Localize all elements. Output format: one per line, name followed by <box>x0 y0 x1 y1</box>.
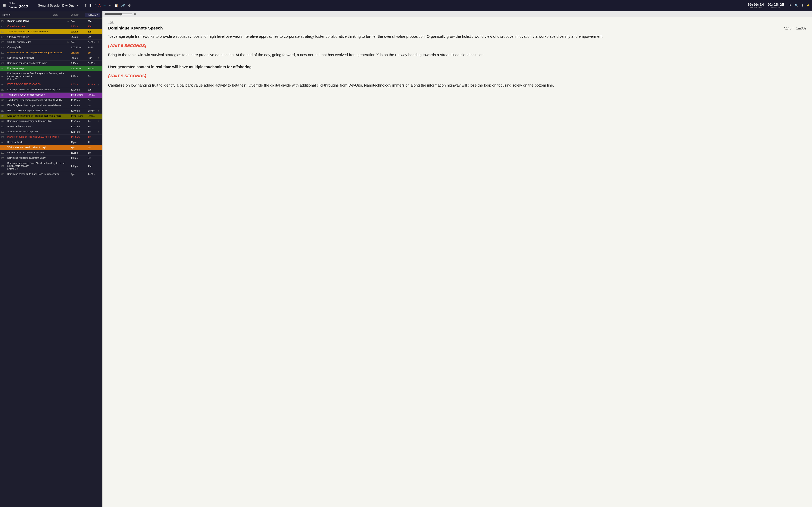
search-icon[interactable]: 🔍 <box>795 4 798 7</box>
download-icon[interactable]: ⬇ <box>801 4 804 7</box>
logo-year: 2017 <box>19 4 28 9</box>
document-icon[interactable]: 📋 <box>114 3 119 8</box>
list-item[interactable]: 124 VO for afternoon session about to be… <box>0 145 102 151</box>
row-name: Dominique comes on to thank Dana for pre… <box>7 173 67 176</box>
row-duration: 1h30m <box>88 83 98 86</box>
row-number: 118 <box>1 115 7 117</box>
list-item[interactable]: 112 FRED RAVAGE PRESENTATION 9:50am 1h30… <box>0 82 102 87</box>
row-number: 124 <box>1 147 7 149</box>
list-item[interactable]: 121 Address where workshops are 11:54am … <box>0 129 102 135</box>
list-item[interactable]: 110 Dominique wrap 9:45:15am 1m45s <box>0 66 102 71</box>
row-number: 110 <box>1 67 7 70</box>
duration-col-header: Duration <box>71 13 84 16</box>
items-label: Items <box>2 13 8 16</box>
color-a-icon[interactable]: A <box>98 3 101 8</box>
items-dropdown[interactable]: Items ▾ <box>2 13 10 16</box>
list-item[interactable]: 120 Announce break for lunch 11:53am 1m <box>0 124 102 129</box>
eye-icon[interactable]: 👁 <box>789 4 792 7</box>
row-duration: 30s <box>88 89 98 91</box>
lightning-icon[interactable]: ⚡ <box>806 4 810 7</box>
row-duration: 3m <box>88 75 98 78</box>
row-duration: 5m <box>88 152 98 154</box>
time-of-day-value: 01:15:25 <box>768 3 784 7</box>
list-item[interactable]: 123 Break for lunch 12pm 1h <box>0 140 102 145</box>
list-item[interactable]: 127 Dominique introduces Dana Aberdeen f… <box>0 161 102 172</box>
script-wait-1: [WAIT 5 SECONDS] <box>108 43 806 48</box>
list-item[interactable]: 116 Eliza Sturgis outlines progress make… <box>0 103 102 108</box>
list-item[interactable]: 114 Tom plays FY2017 inspirational video… <box>0 93 102 98</box>
list-item[interactable]: 126 Dominique "welcome back from lunch" … <box>0 156 102 161</box>
list-item[interactable]: 113 Dominique returns and thanks Fred, i… <box>0 87 102 93</box>
row-number: 105 <box>1 41 7 43</box>
row-duration: 6m30s <box>88 94 98 96</box>
row-duration: 5m <box>88 157 98 159</box>
link-icon[interactable]: 🔗 <box>120 3 126 8</box>
list-item[interactable]: 105 GS 2016 highlight video ▷ 9am 5m30s … <box>0 40 102 45</box>
session-title[interactable]: General Session Day One <box>38 4 74 7</box>
row-start: 8:40am <box>71 31 88 33</box>
row-number: 127 <box>1 165 7 167</box>
list-item[interactable]: 103 10 Minute Warning VO & announcement … <box>0 29 102 34</box>
menu-icon[interactable]: ☰ <box>2 3 7 9</box>
script-body-1: “Leverage agile frameworks to provide a … <box>108 34 806 40</box>
items-list: 101 Walk In Doors Open ▷ 8am 30m 102 Cou… <box>0 18 102 507</box>
item-run-time-label: Item Run Time <box>750 7 762 9</box>
row-name: Eliza Sturgis outlines progress make on … <box>7 104 67 107</box>
row-start: 11:43:45am <box>71 115 88 117</box>
row-name: Dominique wrap <box>7 67 67 70</box>
clock-icon[interactable]: ⏱ <box>127 3 132 8</box>
list-item[interactable]: 122 Play break audio on loop with GS2017… <box>0 135 102 140</box>
row-name: Dominique keynote speech <box>7 57 67 60</box>
row-number: 103 <box>1 31 7 33</box>
row-duration: 5m15s <box>88 62 98 65</box>
pa-read-button[interactable]: PA READ ▾ <box>85 13 100 17</box>
row-name: Eliza outlines changing political and ec… <box>7 115 67 118</box>
row-duration: 8m <box>88 99 98 102</box>
pa-read-chevron-icon: ▾ <box>97 13 98 16</box>
list-item[interactable]: 106 Opening Video 9:05:30am 7m30 <box>0 45 102 50</box>
list-item[interactable]: 101 Walk In Doors Open ▷ 8am 30m <box>0 18 102 24</box>
text-format-icon[interactable]: T <box>84 3 87 8</box>
row-number: 114 <box>1 94 7 96</box>
row-duration: 10m <box>88 25 98 28</box>
session-chevron-icon[interactable]: ▾ <box>77 4 78 7</box>
list-item[interactable]: 117 Eliza discusses struggles faced in 2… <box>0 108 102 114</box>
list-item[interactable]: 109 Dominique pauses, plays keynote vide… <box>0 61 102 66</box>
list-item[interactable]: 128 Dominique comes on to thank Dana for… <box>0 172 102 177</box>
list-item[interactable]: 102 Countdown video 8:30am 10m <box>0 24 102 29</box>
list-item[interactable]: 108 Dominique keynote speech 9:15am 25m … <box>0 55 102 61</box>
list-item[interactable]: 111 Dominique introduces Fred Ravage fro… <box>0 71 102 82</box>
list-item[interactable]: 107 Dominique walks on stage left begins… <box>0 50 102 55</box>
script-wait-2: [WAIT 5 SECONDS] <box>108 74 806 78</box>
script-toolbar: ≡ <box>102 11 812 17</box>
row-name: 10 Minute Warning VO & announcement <box>7 30 67 33</box>
item-run-time-block: 00:00:34 Item Run Time <box>748 3 764 9</box>
list-view-icon[interactable]: ≡ <box>134 12 136 16</box>
row-name: Announce break for lunch <box>7 125 67 128</box>
row-name: Dominique walks on stage left begins pre… <box>7 51 67 54</box>
row-start: 9:45:15am <box>71 67 88 70</box>
list-item[interactable]: 118 Eliza outlines changing political an… <box>0 114 102 119</box>
row-start: 9:05:30am <box>71 46 88 49</box>
row-number: 116 <box>1 104 7 107</box>
list-item[interactable]: 119 Dominique returns onstage and thanks… <box>0 119 102 124</box>
pencil-icon[interactable]: ✒ <box>108 3 112 8</box>
italic-icon[interactable]: I <box>94 3 96 8</box>
row-play-icon: ▷ <box>67 41 71 43</box>
pen-icon[interactable]: ✏ <box>103 3 107 8</box>
row-start: 9:13am <box>71 51 88 54</box>
list-item[interactable]: 125 5m countdown for afternoon session 1… <box>0 151 102 156</box>
row-name: Opening Video <box>7 46 67 49</box>
logo-summit: Summit <box>9 6 18 9</box>
row-start: 2pm <box>71 173 88 176</box>
row-number: 113 <box>1 89 7 91</box>
row-number: 107 <box>1 52 7 54</box>
row-number: 119 <box>1 120 7 122</box>
bold-icon[interactable]: B <box>89 3 93 8</box>
row-duration: 3m45s <box>88 109 98 112</box>
list-item[interactable]: 104 5 Minute Warning VO 8:50am 5m <box>0 34 102 40</box>
row-duration: 5m30s <box>88 41 98 44</box>
list-item[interactable]: 115 Tom brings Eliza Sturgis on stage to… <box>0 98 102 103</box>
row-duration: 30m <box>88 20 98 22</box>
font-size-slider[interactable] <box>104 13 133 15</box>
